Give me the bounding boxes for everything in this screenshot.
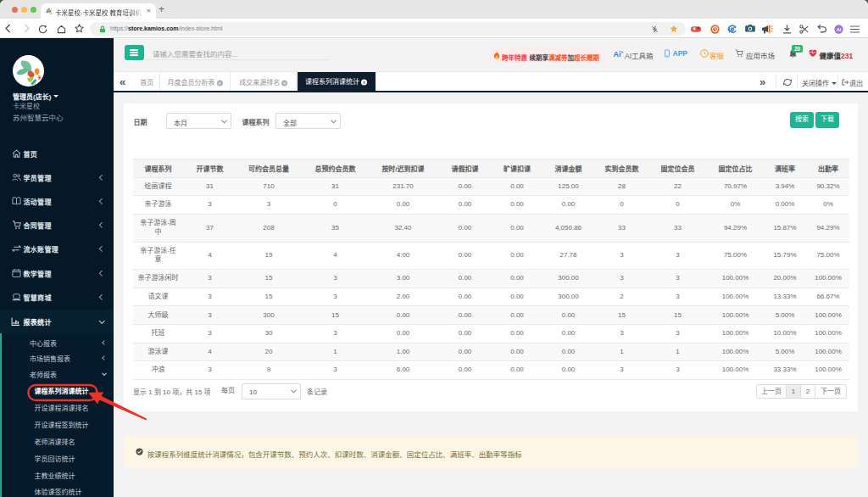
svg-text:米: 米: [38, 74, 42, 80]
svg-text:AI: AI: [837, 26, 842, 31]
